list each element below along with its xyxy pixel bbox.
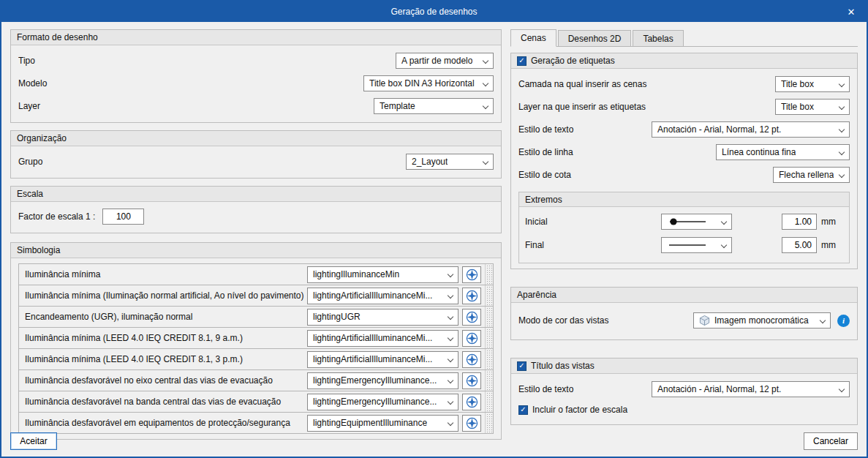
layer-label: Layer	[18, 101, 374, 111]
tab-desenhos-2d-label: Desenhos 2D	[568, 34, 622, 44]
group-extremos-title: Extremos	[525, 195, 562, 205]
compass-move-icon	[466, 269, 478, 281]
info-button[interactable]: i	[837, 315, 850, 327]
final-field: Final mm	[525, 233, 843, 257]
pick-position-button[interactable]	[462, 309, 481, 326]
pick-position-button[interactable]	[462, 288, 481, 304]
symbology-combobox[interactable]: lightingEmergencyIlluminance...	[307, 372, 458, 389]
tipo-field: Tipo A partir de modelo	[18, 49, 494, 72]
group-simbologia: Simbologia Iluminância mínima lightingIl…	[10, 242, 502, 440]
chevron-down-icon	[483, 80, 488, 86]
check-icon: ✓	[520, 406, 526, 413]
close-button[interactable]: ✕	[836, 1, 867, 22]
line-with-start-dot-icon	[667, 217, 708, 226]
layer-combobox[interactable]: Template	[374, 98, 494, 114]
compass-move-icon	[466, 396, 478, 408]
compass-move-icon	[466, 353, 478, 366]
inicial-length-input[interactable]	[782, 214, 817, 230]
inicial-line-style-combobox[interactable]	[661, 214, 732, 230]
pick-position-button[interactable]	[462, 351, 481, 368]
symbology-combobox[interactable]: lightingUGR	[307, 309, 458, 326]
layer-etiquetas-field: Layer na que inserir as etiquetas Title …	[518, 95, 850, 118]
inicial-field: Inicial mm	[525, 210, 843, 233]
symbology-table: Iluminância mínima lightingIlluminanceMi…	[18, 263, 494, 434]
symbology-combobox[interactable]: lightingIlluminanceMin	[307, 266, 458, 283]
pick-position-button[interactable]	[462, 394, 481, 410]
pick-position-button[interactable]	[462, 372, 481, 389]
pick-position-button[interactable]	[462, 266, 481, 283]
titulo-estilo-texto-label: Estilo de texto	[518, 384, 652, 394]
window-title: Geração de desenhos	[390, 7, 477, 17]
compass-move-icon	[466, 332, 478, 345]
symbology-combobox[interactable]: lightingArtificialIlluminanceMi...	[307, 330, 458, 347]
tab-tabelas[interactable]: Tabelas	[633, 30, 683, 46]
row-drag-area[interactable]	[485, 285, 493, 306]
modelo-value: Title box DIN A3 Horizontal	[369, 78, 475, 89]
table-row: Iluminância desfavorável no eixo central…	[19, 370, 493, 391]
chevron-down-icon	[448, 313, 453, 319]
camada-combobox[interactable]: Title box	[775, 76, 850, 92]
estilo-linha-combobox[interactable]: Línea continua fina	[716, 144, 850, 160]
table-row: Iluminância mínima (LEED 4.0 IEQ CREDIT …	[19, 349, 493, 370]
modelo-combobox[interactable]: Title box DIN A3 Horizontal	[363, 75, 494, 91]
tab-cenas[interactable]: Cenas	[510, 29, 556, 47]
symbology-combobox[interactable]: lightingArtificialIlluminanceMi...	[307, 351, 458, 368]
titulo-estilo-texto-field: Estilo de texto Anotación - Arial, Norma…	[518, 378, 850, 400]
titulo-checkbox[interactable]: ✓	[517, 361, 527, 371]
symbology-row-label: Encandeamento (UGR), iluminação normal	[19, 312, 307, 322]
modelo-label: Modelo	[18, 78, 363, 89]
tab-desenhos-2d[interactable]: Desenhos 2D	[558, 30, 632, 46]
tipo-combobox[interactable]: A partir de modelo	[396, 53, 494, 69]
symbology-combobox[interactable]: lightingArtificialIlluminanceMi...	[307, 288, 458, 304]
symbology-value: lightingArtificialIlluminanceMi...	[313, 354, 432, 364]
right-column: Cenas Desenhos 2D Tabelas ✓ Geração de e…	[510, 29, 858, 440]
scale-factor-input[interactable]	[102, 209, 144, 225]
chevron-down-icon	[839, 386, 845, 391]
symbology-combobox[interactable]: lightingEmergencyIlluminance...	[307, 394, 458, 410]
estilo-texto-combobox[interactable]: Anotación - Arial, Normal, 12 pt.	[652, 121, 850, 138]
symbology-row-label: Iluminância desfavorável no eixo central…	[19, 375, 307, 386]
modo-cor-value: Imagem monocromática	[714, 315, 809, 326]
estilo-linha-field: Estilo de linha Línea continua fina	[518, 140, 850, 163]
grupo-label: Grupo	[18, 157, 406, 167]
row-drag-area[interactable]	[485, 370, 493, 391]
incluir-factor-row: ✓ Incluir o factor de escala	[518, 400, 850, 419]
final-line-style-combobox[interactable]	[661, 237, 732, 253]
row-drag-area[interactable]	[485, 391, 493, 412]
accept-button[interactable]: Aceitar	[10, 432, 57, 450]
grupo-combobox[interactable]: 2_Layout	[406, 154, 494, 170]
group-aparencia-header: Aparência	[511, 288, 857, 303]
titulo-estilo-texto-combobox[interactable]: Anotación - Arial, Normal, 12 pt.	[652, 381, 850, 397]
estilo-linha-label: Estilo de linha	[518, 147, 716, 157]
check-icon: ✓	[518, 362, 524, 369]
group-organizacao-title: Organização	[17, 133, 67, 143]
modo-cor-combobox[interactable]: Imagem monocromática	[693, 312, 831, 329]
layer-etiquetas-combobox[interactable]: Title box	[775, 99, 850, 115]
pick-position-button[interactable]	[462, 330, 481, 347]
chevron-down-icon	[721, 219, 727, 225]
layer-etiquetas-value: Title box	[781, 102, 814, 112]
group-escala-title: Escala	[17, 189, 43, 199]
group-simbologia-header: Simbologia	[11, 243, 501, 258]
row-drag-area[interactable]	[485, 264, 493, 285]
tipo-label: Tipo	[18, 56, 396, 66]
incluir-factor-checkbox[interactable]: ✓	[518, 405, 528, 415]
group-aparencia: Aparência Modo de cor das vistas Imagem …	[510, 287, 858, 340]
modo-cor-label: Modo de cor das vistas	[518, 315, 693, 326]
estilo-cota-combobox[interactable]: Flecha rellena	[773, 167, 850, 183]
etiquetas-checkbox[interactable]: ✓	[517, 56, 527, 66]
group-titulo-title: Título das vistas	[531, 361, 595, 371]
chevron-down-icon	[448, 292, 453, 298]
final-length-input[interactable]	[782, 237, 817, 253]
estilo-texto-field: Estilo de texto Anotación - Arial, Norma…	[518, 118, 850, 140]
row-drag-area[interactable]	[485, 349, 493, 369]
chevron-down-icon	[448, 356, 453, 361]
left-column: Formato de desenho Tipo A partir de mode…	[10, 29, 502, 440]
estilo-texto-value: Anotación - Arial, Normal, 12 pt.	[657, 124, 781, 135]
cancel-button[interactable]: Cancelar	[804, 432, 858, 450]
row-drag-area[interactable]	[485, 307, 493, 327]
group-titulo-header: ✓ Título das vistas	[511, 358, 857, 374]
row-drag-area[interactable]	[485, 328, 493, 348]
info-icon: i	[842, 316, 845, 325]
chevron-down-icon	[839, 103, 845, 109]
